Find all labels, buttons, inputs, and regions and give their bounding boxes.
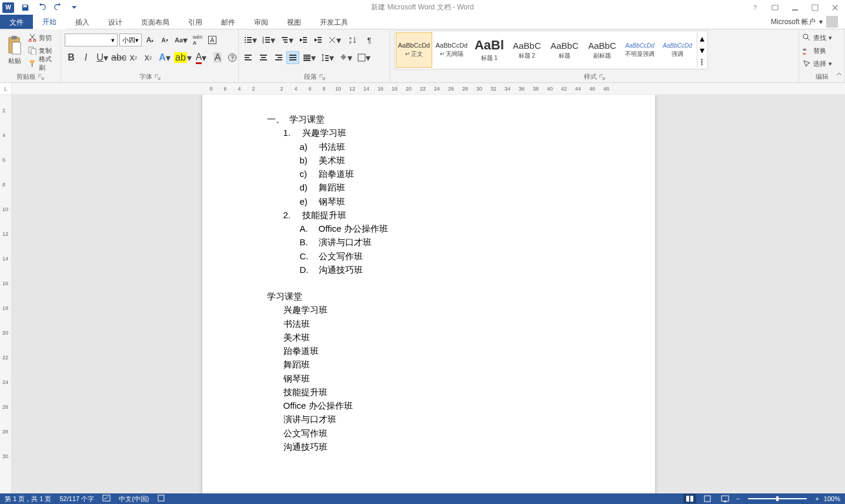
multilevel-list-button[interactable]: ▾ bbox=[279, 34, 295, 46]
font-color-button[interactable]: A▾ bbox=[193, 51, 209, 64]
zoom-slider[interactable] bbox=[748, 498, 807, 499]
svg-rect-63 bbox=[704, 496, 710, 502]
svg-rect-12 bbox=[32, 63, 33, 67]
numbering-button[interactable]: 123▾ bbox=[260, 34, 277, 46]
distributed-button[interactable]: ▾ bbox=[301, 51, 318, 64]
align-right-button[interactable] bbox=[272, 51, 285, 64]
style-normal[interactable]: AaBbCcDd↵ 正文 bbox=[396, 32, 432, 68]
clipboard-dialog-launcher[interactable] bbox=[38, 74, 44, 80]
tab-layout[interactable]: 页面布局 bbox=[132, 15, 179, 29]
bullets-button[interactable]: ▾ bbox=[242, 34, 259, 46]
asian-layout-button[interactable]: ▾ bbox=[326, 34, 343, 46]
zoom-level[interactable]: 100% bbox=[824, 495, 840, 502]
enclose-characters-button[interactable]: 字 bbox=[226, 51, 239, 64]
align-center-button[interactable] bbox=[257, 51, 270, 64]
style-title[interactable]: AaBbC标题 bbox=[546, 32, 583, 68]
view-read-mode[interactable] bbox=[683, 494, 696, 503]
status-page[interactable]: 第 1 页，共 1 页 bbox=[5, 495, 51, 503]
italic-button[interactable]: I bbox=[79, 51, 92, 64]
minimize-icon[interactable] bbox=[787, 2, 803, 14]
change-case-button[interactable]: Aa▾ bbox=[173, 34, 189, 46]
document-scroll[interactable]: 一、学习课堂 1.兴趣学习班 a)书法班 b)美术班 c)跆拳道班 d)舞蹈班 … bbox=[12, 95, 845, 493]
account-area[interactable]: Microsoft 帐户 ▾ bbox=[764, 15, 845, 29]
qat-customize-icon[interactable] bbox=[68, 1, 81, 14]
zoom-out-button[interactable]: − bbox=[736, 495, 740, 502]
status-words[interactable]: 52/117 个字 bbox=[59, 495, 94, 503]
help-icon[interactable]: ? bbox=[747, 2, 763, 14]
gallery-up-icon[interactable]: ▴ bbox=[697, 32, 706, 44]
align-left-button[interactable] bbox=[242, 51, 255, 64]
close-icon[interactable] bbox=[827, 2, 843, 14]
font-dialog-launcher[interactable] bbox=[155, 74, 161, 80]
line-spacing-button[interactable]: ▾ bbox=[319, 51, 336, 64]
text-effects-button[interactable]: A▾ bbox=[156, 51, 173, 64]
shrink-font-button[interactable]: A▾ bbox=[158, 34, 171, 46]
cut-button[interactable]: 剪切 bbox=[28, 32, 57, 44]
vertical-ruler[interactable]: 24681012141618202224262830 bbox=[0, 95, 12, 493]
paragraph-dialog-launcher[interactable] bbox=[319, 74, 325, 80]
tab-home[interactable]: 开始 bbox=[33, 15, 66, 29]
find-button[interactable]: 查找 ▾ bbox=[803, 32, 832, 44]
undo-icon[interactable] bbox=[35, 1, 48, 14]
save-icon[interactable] bbox=[19, 1, 32, 14]
styles-gallery: AaBbCcDd↵ 正文 AaBbCcDd↵ 无间隔 AaBl标题 1 AaBb… bbox=[394, 31, 708, 69]
status-language[interactable]: 中文(中国) bbox=[119, 495, 149, 503]
shading-button[interactable]: ▾ bbox=[338, 51, 354, 64]
tab-mail[interactable]: 邮件 bbox=[212, 15, 245, 29]
tab-review[interactable]: 审阅 bbox=[245, 15, 278, 29]
show-marks-button[interactable]: ¶ bbox=[363, 34, 376, 46]
borders-button[interactable]: ▾ bbox=[356, 51, 372, 64]
document-content[interactable]: 一、学习课堂 1.兴趣学习班 a)书法班 b)美术班 c)跆拳道班 d)舞蹈班 … bbox=[267, 112, 590, 453]
style-heading2[interactable]: AaBbC标题 2 bbox=[509, 32, 545, 68]
styles-dialog-launcher[interactable] bbox=[599, 74, 605, 80]
format-painter-button[interactable]: 格式刷 bbox=[28, 58, 57, 69]
superscript-button[interactable]: x2 bbox=[142, 51, 155, 64]
style-emphasis[interactable]: AaBbCcDd强调 bbox=[659, 32, 696, 68]
group-clipboard-label: 剪贴板 bbox=[16, 72, 36, 81]
character-border-button[interactable]: A bbox=[206, 34, 219, 46]
tab-developer[interactable]: 开发工具 bbox=[310, 15, 358, 29]
gallery-more-icon[interactable]: ⁞ bbox=[697, 56, 706, 68]
svg-rect-65 bbox=[724, 501, 726, 502]
bold-button[interactable]: B bbox=[65, 51, 78, 64]
paste-button[interactable]: 粘贴 bbox=[4, 31, 26, 69]
highlight-button[interactable]: ab▾ bbox=[175, 51, 191, 64]
svg-rect-38 bbox=[245, 59, 252, 61]
tab-view[interactable]: 视图 bbox=[278, 15, 310, 29]
view-print-layout[interactable] bbox=[701, 494, 714, 503]
increase-indent-button[interactable] bbox=[312, 34, 325, 46]
replace-button[interactable]: abac替换 bbox=[803, 45, 832, 56]
page[interactable]: 一、学习课堂 1.兴趣学习班 a)书法班 b)美术班 c)跆拳道班 d)舞蹈班 … bbox=[202, 95, 655, 493]
svg-rect-61 bbox=[686, 496, 689, 502]
style-heading1[interactable]: AaBl标题 1 bbox=[471, 32, 507, 68]
character-shading-button[interactable]: A bbox=[211, 51, 224, 64]
maximize-icon[interactable] bbox=[807, 2, 823, 14]
decrease-indent-button[interactable] bbox=[297, 34, 310, 46]
style-subtitle[interactable]: AaBbC副标题 bbox=[584, 32, 620, 68]
justify-button[interactable] bbox=[286, 51, 299, 64]
tab-design[interactable]: 设计 bbox=[99, 15, 132, 29]
collapse-ribbon-icon[interactable] bbox=[836, 69, 843, 80]
style-subtle-emphasis[interactable]: AaBbCcDd不明显强调 bbox=[622, 32, 658, 68]
tab-file[interactable]: 文件 bbox=[0, 15, 33, 29]
grow-font-button[interactable]: A▴ bbox=[143, 34, 156, 46]
underline-button[interactable]: U▾ bbox=[94, 51, 111, 64]
redo-icon[interactable] bbox=[52, 1, 65, 14]
phonetic-guide-button[interactable]: wénA bbox=[191, 34, 204, 46]
style-nospacing[interactable]: AaBbCcDd↵ 无间隔 bbox=[433, 32, 470, 68]
subscript-button[interactable]: x2 bbox=[127, 51, 140, 64]
font-name-combo[interactable]: ▾ bbox=[65, 34, 118, 46]
status-macro-icon[interactable] bbox=[158, 495, 165, 503]
tab-references[interactable]: 引用 bbox=[179, 15, 212, 29]
strikethrough-button[interactable]: abc bbox=[112, 51, 125, 64]
select-button[interactable]: 选择 ▾ bbox=[803, 58, 832, 69]
font-size-combo[interactable]: 小四▾ bbox=[119, 34, 142, 46]
view-web-layout[interactable] bbox=[719, 494, 732, 503]
sort-button[interactable]: AZ bbox=[345, 34, 361, 46]
tab-insert[interactable]: 插入 bbox=[66, 15, 99, 29]
gallery-down-icon[interactable]: ▾ bbox=[697, 44, 706, 56]
horizontal-ruler[interactable]: 8642246810121416182022242628303234363840… bbox=[12, 83, 845, 94]
status-proofing-icon[interactable] bbox=[102, 495, 111, 503]
zoom-in-button[interactable]: + bbox=[815, 495, 819, 502]
ribbon-display-icon[interactable] bbox=[767, 2, 783, 14]
